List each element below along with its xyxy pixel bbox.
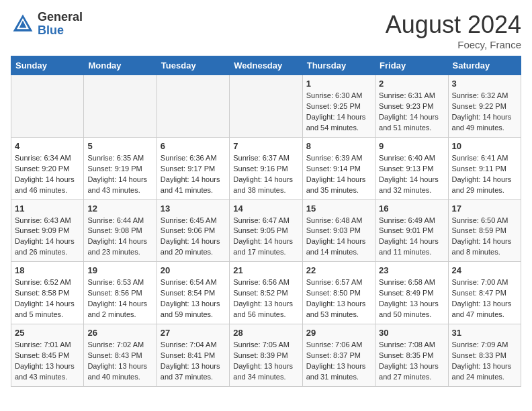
day-number: 13 [161,203,226,214]
calendar-week-2: 4Sunrise: 6:34 AM Sunset: 9:20 PM Daylig… [11,137,521,199]
weekday-header-wednesday: Wednesday [230,56,302,75]
logo-icon [11,12,35,36]
day-info: Sunrise: 6:47 AM Sunset: 9:05 PM Dayligh… [233,216,298,259]
day-number: 1 [306,79,371,89]
day-number: 17 [452,203,517,214]
day-info: Sunrise: 6:57 AM Sunset: 8:50 PM Dayligh… [306,277,371,320]
calendar-cell: 25Sunrise: 7:01 AM Sunset: 8:45 PM Dayli… [11,324,84,387]
calendar-cell: 26Sunrise: 7:02 AM Sunset: 8:43 PM Dayli… [84,324,157,387]
day-number: 16 [379,203,444,214]
day-info: Sunrise: 7:06 AM Sunset: 8:37 PM Dayligh… [306,340,371,383]
day-number: 26 [87,328,152,338]
day-info: Sunrise: 7:05 AM Sunset: 8:39 PM Dayligh… [233,340,298,383]
calendar-cell [11,75,84,138]
calendar-cell: 23Sunrise: 6:58 AM Sunset: 8:49 PM Dayli… [375,262,448,324]
day-number: 15 [306,203,371,214]
calendar-cell: 29Sunrise: 7:06 AM Sunset: 8:37 PM Dayli… [302,324,375,387]
day-info: Sunrise: 7:09 AM Sunset: 8:33 PM Dayligh… [452,340,517,383]
logo-blue: Blue [38,24,83,38]
title-block: August 2024 Foecy, France [386,11,521,50]
calendar-table: SundayMondayTuesdayWednesdayThursdayFrid… [11,56,521,387]
logo-general: General [38,11,83,24]
calendar-cell: 1Sunrise: 6:30 AM Sunset: 9:25 PM Daylig… [302,75,375,138]
calendar-cell: 11Sunrise: 6:43 AM Sunset: 9:09 PM Dayli… [11,199,84,262]
calendar-cell: 19Sunrise: 6:53 AM Sunset: 8:56 PM Dayli… [84,262,157,324]
weekday-header-thursday: Thursday [302,56,375,75]
day-info: Sunrise: 6:41 AM Sunset: 9:11 PM Dayligh… [452,153,517,196]
page-header: General Blue August 2024 Foecy, France [11,11,521,50]
calendar-cell [230,75,302,138]
day-info: Sunrise: 7:01 AM Sunset: 8:45 PM Dayligh… [15,340,80,383]
month-title: August 2024 [386,11,521,39]
calendar-cell: 17Sunrise: 6:50 AM Sunset: 8:59 PM Dayli… [448,199,521,262]
day-number: 5 [87,141,152,151]
day-number: 30 [379,328,444,338]
weekday-header-row: SundayMondayTuesdayWednesdayThursdayFrid… [11,56,521,75]
calendar-cell: 22Sunrise: 6:57 AM Sunset: 8:50 PM Dayli… [302,262,375,324]
day-number: 19 [87,265,152,275]
day-number: 4 [15,141,80,151]
calendar-cell: 3Sunrise: 6:32 AM Sunset: 9:22 PM Daylig… [448,75,521,138]
day-number: 23 [379,265,444,275]
logo: General Blue [11,11,83,38]
calendar-cell: 27Sunrise: 7:04 AM Sunset: 8:41 PM Dayli… [157,324,229,387]
day-info: Sunrise: 6:54 AM Sunset: 8:54 PM Dayligh… [161,277,226,320]
day-info: Sunrise: 6:53 AM Sunset: 8:56 PM Dayligh… [87,277,152,320]
day-info: Sunrise: 6:35 AM Sunset: 9:19 PM Dayligh… [87,153,152,196]
day-number: 14 [233,203,298,214]
day-number: 21 [233,265,298,275]
day-info: Sunrise: 6:58 AM Sunset: 8:49 PM Dayligh… [379,277,444,320]
day-info: Sunrise: 6:36 AM Sunset: 9:17 PM Dayligh… [161,153,226,196]
day-number: 11 [15,203,80,214]
day-info: Sunrise: 6:32 AM Sunset: 9:22 PM Dayligh… [452,91,517,134]
day-info: Sunrise: 7:08 AM Sunset: 8:35 PM Dayligh… [379,340,444,383]
calendar-cell: 6Sunrise: 6:36 AM Sunset: 9:17 PM Daylig… [157,137,229,199]
day-number: 29 [306,328,371,338]
calendar-cell: 10Sunrise: 6:41 AM Sunset: 9:11 PM Dayli… [448,137,521,199]
day-info: Sunrise: 7:02 AM Sunset: 8:43 PM Dayligh… [87,340,152,383]
day-info: Sunrise: 6:34 AM Sunset: 9:20 PM Dayligh… [15,153,80,196]
calendar-cell: 24Sunrise: 7:00 AM Sunset: 8:47 PM Dayli… [448,262,521,324]
day-number: 2 [379,79,444,89]
day-info: Sunrise: 7:00 AM Sunset: 8:47 PM Dayligh… [452,277,517,320]
calendar-week-5: 25Sunrise: 7:01 AM Sunset: 8:45 PM Dayli… [11,324,521,387]
calendar-cell: 4Sunrise: 6:34 AM Sunset: 9:20 PM Daylig… [11,137,84,199]
day-info: Sunrise: 6:39 AM Sunset: 9:14 PM Dayligh… [306,153,371,196]
day-info: Sunrise: 6:50 AM Sunset: 8:59 PM Dayligh… [452,216,517,259]
day-number: 27 [161,328,226,338]
calendar-cell: 2Sunrise: 6:31 AM Sunset: 9:23 PM Daylig… [375,75,448,138]
day-info: Sunrise: 6:48 AM Sunset: 9:03 PM Dayligh… [306,216,371,259]
calendar-cell: 5Sunrise: 6:35 AM Sunset: 9:19 PM Daylig… [84,137,157,199]
day-info: Sunrise: 6:37 AM Sunset: 9:16 PM Dayligh… [233,153,298,196]
day-number: 31 [452,328,517,338]
weekday-header-tuesday: Tuesday [157,56,229,75]
logo-text: General Blue [38,11,83,38]
calendar-cell: 20Sunrise: 6:54 AM Sunset: 8:54 PM Dayli… [157,262,229,324]
location: Foecy, France [386,39,521,50]
calendar-cell: 7Sunrise: 6:37 AM Sunset: 9:16 PM Daylig… [230,137,302,199]
weekday-header-sunday: Sunday [11,56,84,75]
day-info: Sunrise: 7:04 AM Sunset: 8:41 PM Dayligh… [161,340,226,383]
day-number: 6 [161,141,226,151]
weekday-header-monday: Monday [84,56,157,75]
calendar-cell: 13Sunrise: 6:45 AM Sunset: 9:06 PM Dayli… [157,199,229,262]
day-info: Sunrise: 6:30 AM Sunset: 9:25 PM Dayligh… [306,91,371,134]
day-info: Sunrise: 6:40 AM Sunset: 9:13 PM Dayligh… [379,153,444,196]
day-number: 22 [306,265,371,275]
calendar-cell: 12Sunrise: 6:44 AM Sunset: 9:08 PM Dayli… [84,199,157,262]
calendar-cell: 31Sunrise: 7:09 AM Sunset: 8:33 PM Dayli… [448,324,521,387]
day-number: 8 [306,141,371,151]
calendar-cell: 16Sunrise: 6:49 AM Sunset: 9:01 PM Dayli… [375,199,448,262]
weekday-header-saturday: Saturday [448,56,521,75]
calendar-cell: 28Sunrise: 7:05 AM Sunset: 8:39 PM Dayli… [230,324,302,387]
calendar-cell: 15Sunrise: 6:48 AM Sunset: 9:03 PM Dayli… [302,199,375,262]
day-number: 7 [233,141,298,151]
day-number: 25 [15,328,80,338]
day-info: Sunrise: 6:43 AM Sunset: 9:09 PM Dayligh… [15,216,80,259]
calendar-cell: 8Sunrise: 6:39 AM Sunset: 9:14 PM Daylig… [302,137,375,199]
day-number: 20 [161,265,226,275]
calendar-week-1: 1Sunrise: 6:30 AM Sunset: 9:25 PM Daylig… [11,75,521,138]
day-info: Sunrise: 6:49 AM Sunset: 9:01 PM Dayligh… [379,216,444,259]
calendar-cell: 14Sunrise: 6:47 AM Sunset: 9:05 PM Dayli… [230,199,302,262]
day-number: 3 [452,79,517,89]
